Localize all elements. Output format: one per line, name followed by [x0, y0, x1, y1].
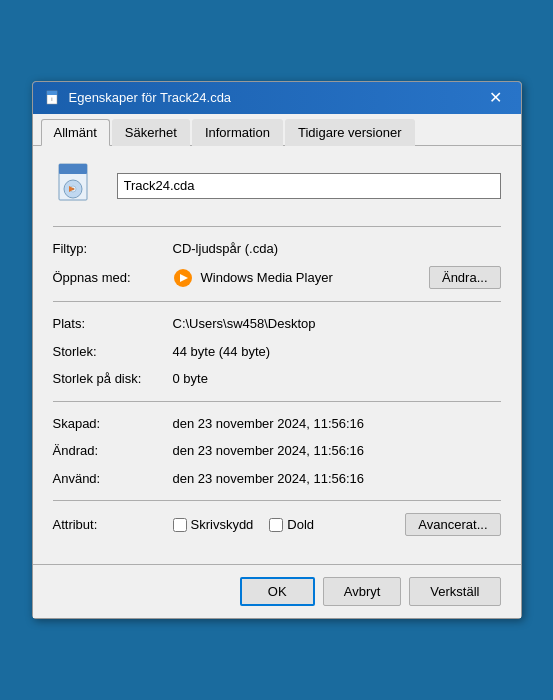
size-label: Storlek: [53, 342, 173, 362]
accessed-value: den 23 november 2024, 11:56:16 [173, 469, 501, 489]
svg-rect-1 [47, 91, 57, 95]
skrivskydd-checkbox-group[interactable]: Skrivskydd [173, 517, 254, 532]
title-bar-left: i Egenskaper för Track24.cda [45, 90, 232, 106]
filetype-row: Filtyp: CD-ljudspår (.cda) [53, 239, 501, 259]
size-disk-row: Storlek på disk: 0 byte [53, 369, 501, 389]
filetype-value: CD-ljudspår (.cda) [173, 239, 501, 259]
attributes-row: Attribut: Skrivskydd Dold Avancerat... [53, 513, 501, 536]
separator-4 [53, 500, 501, 501]
file-header [53, 162, 501, 210]
modified-label: Ändrad: [53, 441, 173, 461]
dialog-content: Filtyp: CD-ljudspår (.cda) Öppnas med: W… [33, 146, 521, 561]
attributes-content: Skrivskydd Dold Avancerat... [173, 513, 501, 536]
apply-button[interactable]: Verkställ [409, 577, 500, 606]
dold-checkbox[interactable] [269, 518, 283, 532]
ok-button[interactable]: OK [240, 577, 315, 606]
svg-rect-4 [59, 164, 87, 174]
attributes-label: Attribut: [53, 517, 173, 532]
dialog-footer: OK Avbryt Verkställ [33, 564, 521, 618]
tab-allment[interactable]: Allmänt [41, 119, 110, 146]
created-value: den 23 november 2024, 11:56:16 [173, 414, 501, 434]
separator-1 [53, 226, 501, 227]
opens-with-name: Windows Media Player [201, 270, 421, 285]
dialog-icon: i [45, 90, 61, 106]
dialog-title: Egenskaper för Track24.cda [69, 90, 232, 105]
created-row: Skapad: den 23 november 2024, 11:56:16 [53, 414, 501, 434]
location-row: Plats: C:\Users\sw458\Desktop [53, 314, 501, 334]
separator-2 [53, 301, 501, 302]
separator-3 [53, 401, 501, 402]
accessed-label: Använd: [53, 469, 173, 489]
tab-tidigare[interactable]: Tidigare versioner [285, 119, 415, 146]
tab-sakerhet[interactable]: Säkerhet [112, 119, 190, 146]
skrivskydd-checkbox[interactable] [173, 518, 187, 532]
size-row: Storlek: 44 byte (44 byte) [53, 342, 501, 362]
opens-with-row: Öppnas med: Windows Media Player Ändra..… [53, 266, 501, 289]
modified-value: den 23 november 2024, 11:56:16 [173, 441, 501, 461]
properties-dialog: i Egenskaper för Track24.cda ✕ Allmänt S… [32, 81, 522, 620]
size-disk-label: Storlek på disk: [53, 369, 173, 389]
dold-checkbox-group[interactable]: Dold [269, 517, 314, 532]
advanced-button[interactable]: Avancerat... [405, 513, 500, 536]
size-value: 44 byte (44 byte) [173, 342, 501, 362]
close-button[interactable]: ✕ [483, 85, 509, 111]
dold-label: Dold [287, 517, 314, 532]
modified-row: Ändrad: den 23 november 2024, 11:56:16 [53, 441, 501, 461]
svg-text:i: i [51, 96, 52, 102]
opens-with-content: Windows Media Player Ändra... [173, 266, 501, 289]
filetype-label: Filtyp: [53, 239, 173, 259]
opens-with-label: Öppnas med: [53, 270, 173, 285]
size-disk-value: 0 byte [173, 369, 501, 389]
cancel-button[interactable]: Avbryt [323, 577, 402, 606]
file-icon [53, 162, 101, 210]
created-label: Skapad: [53, 414, 173, 434]
media-player-icon [173, 268, 193, 288]
filename-input[interactable] [117, 173, 501, 199]
location-value: C:\Users\sw458\Desktop [173, 314, 501, 334]
title-bar: i Egenskaper för Track24.cda ✕ [33, 82, 521, 114]
accessed-row: Använd: den 23 november 2024, 11:56:16 [53, 469, 501, 489]
change-button[interactable]: Ändra... [429, 266, 501, 289]
skrivskydd-label: Skrivskydd [191, 517, 254, 532]
tabs-bar: Allmänt Säkerhet Information Tidigare ve… [33, 114, 521, 146]
tab-information[interactable]: Information [192, 119, 283, 146]
location-label: Plats: [53, 314, 173, 334]
